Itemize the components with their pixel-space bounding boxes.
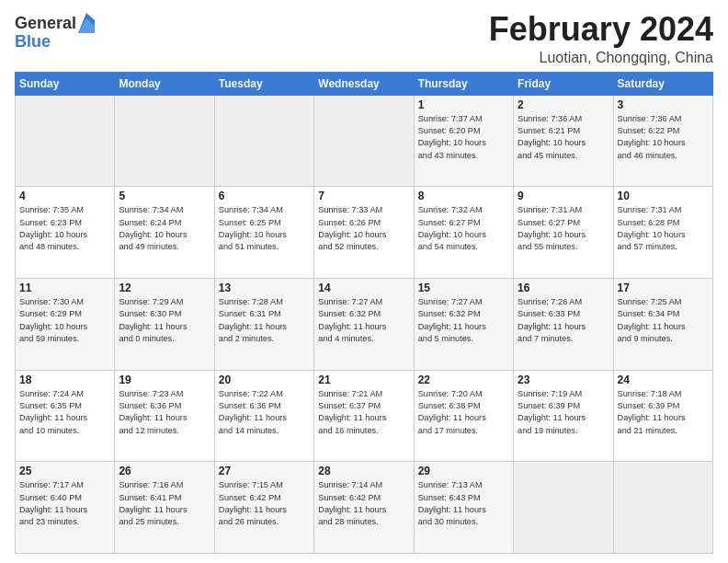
table-row	[613, 462, 712, 554]
day-info: Sunrise: 7:27 AM Sunset: 6:32 PM Dayligh…	[318, 296, 409, 345]
table-row: 27Sunrise: 7:15 AM Sunset: 6:42 PM Dayli…	[214, 462, 313, 554]
day-info: Sunrise: 7:26 AM Sunset: 6:33 PM Dayligh…	[518, 296, 609, 345]
table-row	[214, 95, 313, 187]
calendar-week-row: 4Sunrise: 7:35 AM Sunset: 6:23 PM Daylig…	[16, 187, 713, 279]
day-number: 12	[119, 282, 210, 294]
day-info: Sunrise: 7:31 AM Sunset: 6:27 PM Dayligh…	[518, 204, 609, 253]
table-row	[314, 95, 414, 187]
day-number: 11	[19, 282, 110, 294]
day-info: Sunrise: 7:23 AM Sunset: 6:36 PM Dayligh…	[119, 388, 210, 437]
table-row: 20Sunrise: 7:22 AM Sunset: 6:36 PM Dayli…	[214, 370, 313, 462]
day-number: 26	[119, 465, 210, 477]
calendar-week-row: 25Sunrise: 7:17 AM Sunset: 6:40 PM Dayli…	[16, 462, 713, 554]
table-row: 2Sunrise: 7:36 AM Sunset: 6:21 PM Daylig…	[514, 95, 613, 187]
table-row: 29Sunrise: 7:13 AM Sunset: 6:43 PM Dayli…	[414, 462, 513, 554]
logo-general: General	[15, 15, 76, 33]
day-info: Sunrise: 7:36 AM Sunset: 6:21 PM Dayligh…	[518, 113, 609, 162]
day-number: 21	[318, 373, 409, 386]
page: General Blue February 2024 Luotian, Chon…	[0, 0, 728, 563]
day-number: 24	[618, 373, 709, 386]
day-info: Sunrise: 7:33 AM Sunset: 6:26 PM Dayligh…	[318, 204, 409, 253]
day-info: Sunrise: 7:15 AM Sunset: 6:42 PM Dayligh…	[219, 479, 310, 528]
day-number: 28	[318, 465, 409, 477]
day-number: 27	[219, 465, 310, 477]
day-info: Sunrise: 7:14 AM Sunset: 6:42 PM Dayligh…	[318, 479, 409, 528]
header-friday: Friday	[514, 72, 613, 95]
day-info: Sunrise: 7:31 AM Sunset: 6:28 PM Dayligh…	[618, 204, 709, 253]
day-number: 9	[518, 190, 609, 202]
day-number: 25	[19, 465, 110, 477]
day-number: 17	[618, 282, 709, 294]
day-info: Sunrise: 7:36 AM Sunset: 6:22 PM Dayligh…	[618, 113, 709, 162]
table-row: 10Sunrise: 7:31 AM Sunset: 6:28 PM Dayli…	[613, 187, 712, 279]
header-saturday: Saturday	[613, 72, 712, 95]
day-number: 19	[119, 373, 210, 386]
day-number: 8	[418, 190, 509, 202]
day-number: 20	[219, 373, 310, 386]
day-number: 1	[418, 98, 509, 111]
day-number: 22	[418, 373, 509, 386]
table-row: 23Sunrise: 7:19 AM Sunset: 6:39 PM Dayli…	[514, 370, 613, 462]
day-info: Sunrise: 7:18 AM Sunset: 6:39 PM Dayligh…	[618, 388, 709, 437]
day-number: 3	[618, 98, 709, 111]
table-row: 14Sunrise: 7:27 AM Sunset: 6:32 PM Dayli…	[314, 278, 414, 370]
day-number: 23	[518, 373, 609, 386]
logo: General Blue	[15, 15, 95, 52]
table-row: 24Sunrise: 7:18 AM Sunset: 6:39 PM Dayli…	[613, 370, 712, 462]
day-info: Sunrise: 7:37 AM Sunset: 6:20 PM Dayligh…	[418, 113, 509, 162]
day-info: Sunrise: 7:29 AM Sunset: 6:30 PM Dayligh…	[119, 296, 210, 345]
calendar-week-row: 11Sunrise: 7:30 AM Sunset: 6:29 PM Dayli…	[16, 278, 713, 370]
table-row: 9Sunrise: 7:31 AM Sunset: 6:27 PM Daylig…	[514, 187, 613, 279]
day-number: 2	[518, 98, 609, 111]
day-number: 14	[318, 282, 409, 294]
table-row: 16Sunrise: 7:26 AM Sunset: 6:33 PM Dayli…	[514, 278, 613, 370]
title-month: February 2024	[489, 11, 713, 48]
day-number: 15	[418, 282, 509, 294]
header-tuesday: Tuesday	[214, 72, 313, 95]
day-info: Sunrise: 7:19 AM Sunset: 6:39 PM Dayligh…	[518, 388, 609, 437]
table-row: 5Sunrise: 7:34 AM Sunset: 6:24 PM Daylig…	[115, 187, 214, 279]
table-row: 21Sunrise: 7:21 AM Sunset: 6:37 PM Dayli…	[314, 370, 414, 462]
table-row: 15Sunrise: 7:27 AM Sunset: 6:32 PM Dayli…	[414, 278, 513, 370]
day-info: Sunrise: 7:27 AM Sunset: 6:32 PM Dayligh…	[418, 296, 509, 345]
table-row: 28Sunrise: 7:14 AM Sunset: 6:42 PM Dayli…	[314, 462, 414, 554]
day-info: Sunrise: 7:20 AM Sunset: 6:38 PM Dayligh…	[418, 388, 509, 437]
day-info: Sunrise: 7:25 AM Sunset: 6:34 PM Dayligh…	[618, 296, 709, 345]
table-row: 18Sunrise: 7:24 AM Sunset: 6:35 PM Dayli…	[16, 370, 115, 462]
header-sunday: Sunday	[16, 72, 115, 95]
calendar-week-row: 18Sunrise: 7:24 AM Sunset: 6:35 PM Dayli…	[16, 370, 713, 462]
table-row: 7Sunrise: 7:33 AM Sunset: 6:26 PM Daylig…	[314, 187, 414, 279]
day-number: 7	[318, 190, 409, 202]
day-info: Sunrise: 7:28 AM Sunset: 6:31 PM Dayligh…	[219, 296, 310, 345]
day-number: 10	[618, 190, 709, 202]
calendar-header-row: Sunday Monday Tuesday Wednesday Thursday…	[16, 72, 713, 95]
day-info: Sunrise: 7:34 AM Sunset: 6:25 PM Dayligh…	[219, 204, 310, 253]
table-row: 19Sunrise: 7:23 AM Sunset: 6:36 PM Dayli…	[115, 370, 214, 462]
day-number: 16	[518, 282, 609, 294]
day-info: Sunrise: 7:30 AM Sunset: 6:29 PM Dayligh…	[19, 296, 110, 345]
table-row: 8Sunrise: 7:32 AM Sunset: 6:27 PM Daylig…	[414, 187, 513, 279]
logo-blue: Blue	[15, 33, 95, 52]
table-row: 25Sunrise: 7:17 AM Sunset: 6:40 PM Dayli…	[16, 462, 115, 554]
table-row: 22Sunrise: 7:20 AM Sunset: 6:38 PM Dayli…	[414, 370, 513, 462]
logo-icon	[78, 13, 95, 33]
day-info: Sunrise: 7:21 AM Sunset: 6:37 PM Dayligh…	[318, 388, 409, 437]
calendar-week-row: 1Sunrise: 7:37 AM Sunset: 6:20 PM Daylig…	[16, 95, 713, 187]
table-row	[514, 462, 613, 554]
day-number: 6	[219, 190, 310, 202]
title-location: Luotian, Chongqing, China	[489, 50, 713, 66]
day-info: Sunrise: 7:32 AM Sunset: 6:27 PM Dayligh…	[418, 204, 509, 253]
day-number: 13	[219, 282, 310, 294]
table-row	[115, 95, 214, 187]
table-row: 1Sunrise: 7:37 AM Sunset: 6:20 PM Daylig…	[414, 95, 513, 187]
table-row: 17Sunrise: 7:25 AM Sunset: 6:34 PM Dayli…	[613, 278, 712, 370]
day-info: Sunrise: 7:16 AM Sunset: 6:41 PM Dayligh…	[119, 479, 210, 528]
day-number: 5	[119, 190, 210, 202]
table-row: 3Sunrise: 7:36 AM Sunset: 6:22 PM Daylig…	[613, 95, 712, 187]
day-info: Sunrise: 7:24 AM Sunset: 6:35 PM Dayligh…	[19, 388, 110, 437]
table-row: 26Sunrise: 7:16 AM Sunset: 6:41 PM Dayli…	[115, 462, 214, 554]
calendar-table: Sunday Monday Tuesday Wednesday Thursday…	[15, 72, 713, 554]
table-row	[16, 95, 115, 187]
title-block: February 2024 Luotian, Chongqing, China	[489, 11, 713, 66]
header-monday: Monday	[115, 72, 214, 95]
